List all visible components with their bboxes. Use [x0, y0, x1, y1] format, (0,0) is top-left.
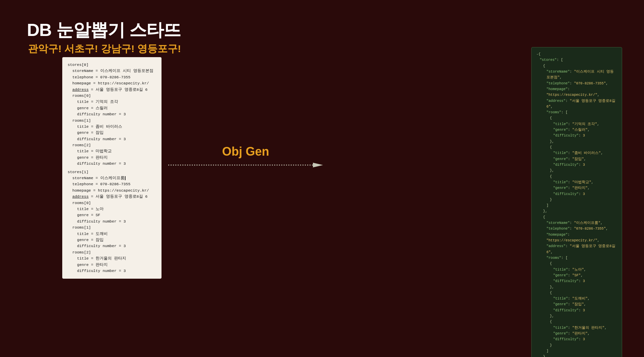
json-s1-r1-title: "title": "도깨비",	[536, 296, 617, 302]
store1-tel: telephone = 070-8286-7355	[68, 181, 156, 187]
store1-r0-title: title = 노아	[68, 206, 156, 212]
store1-name: storeName = 이스케이프룸	[68, 175, 156, 181]
json-s1-r0-diff: "difficulty": 3	[536, 278, 617, 284]
json-s1-r1-genre: "genre": "잠입",	[536, 302, 617, 307]
json-s0-close: },	[536, 208, 617, 214]
json-s0-r1-title: "title": "좀비 바이러스",	[536, 150, 617, 156]
json-s0-name: "storeName": "이스케이프 시티 영등포본점",	[536, 69, 617, 81]
json-s1-r2-open: {	[536, 319, 617, 325]
store0-r2-diff: difficulty number = 3	[68, 161, 156, 167]
json-s0-r2-diff: "difficulty": 3	[536, 191, 617, 197]
store1-rooms0-idx: rooms[0]	[68, 200, 156, 206]
store1-r0-diff: difficulty number = 3	[68, 219, 156, 225]
store0-index: stores[0]	[68, 62, 156, 68]
store1-addr: address = 서울 영등포구 영중로8길 6	[68, 194, 156, 200]
store1-r0-genre: genre = SF	[68, 212, 156, 218]
json-s0-r1-open: {	[536, 145, 617, 150]
json-root-open: -{	[536, 51, 617, 57]
json-s1-r1-diff: "difficulty": 3	[536, 308, 617, 313]
svg-marker-1	[313, 163, 323, 167]
json-s1-rooms-close: ]	[536, 348, 617, 354]
store1-r2-diff: difficulty number = 3	[68, 268, 156, 274]
store0-name: storeName = 이스케이프 시티 영등포본점	[68, 68, 156, 74]
store1-index: stores[1]	[68, 169, 156, 175]
json-s0-open: {	[536, 63, 617, 69]
json-s1-r2-diff: "difficulty": 3	[536, 336, 617, 342]
subtitle: 관악구! 서초구! 강남구! 영등포구!	[28, 42, 181, 56]
json-s0-addr: "address": "서울 영등포구 영중로8길 6",	[536, 98, 617, 110]
arrow-icon	[168, 162, 323, 168]
json-s0-rooms-close: ]	[536, 203, 617, 208]
json-stores-key: "stores": [	[536, 57, 617, 63]
json-s0-r0-close: },	[536, 139, 617, 145]
json-s0-r2-title: "title": "마법학교",	[536, 180, 617, 185]
store1-r2-title: title = 한거울의 판타지	[68, 255, 156, 262]
store0-r1-diff: difficulty number = 3	[68, 136, 156, 142]
json-s1-r2-genre: "genre": "판타지",	[536, 331, 617, 336]
store0-r2-genre: genre = 판타지	[68, 155, 156, 161]
main-title: DB 눈알뽑기 스타뜨	[27, 18, 181, 42]
json-s0-tel: "telephone": "070-8286-7355",	[536, 81, 617, 86]
store1-rooms2-idx: rooms[2]	[68, 249, 156, 255]
json-s0-r0-title: "title": "기억의 조각",	[536, 121, 617, 127]
store0-hp: homepage = https://escapecity.kr/	[68, 80, 156, 86]
store1-r1-title: title = 도깨비	[68, 231, 156, 237]
json-s1-addr: "address": "서울 영등포구 영중로8길 6",	[536, 243, 617, 255]
json-s0-r1-genre: "genre": "잠입",	[536, 156, 617, 162]
left-code-panel: stores[0] storeName = 이스케이프 시티 영등포본점 tel…	[62, 57, 162, 279]
store1-r1-genre: genre = 잠입	[68, 237, 156, 243]
store0-rooms1-idx: rooms[1]	[68, 118, 156, 124]
store1-r2-genre: genre = 판타지	[68, 262, 156, 268]
json-s1-r0-genre: "genre": "SF",	[536, 273, 617, 278]
store0-rooms2-idx: rooms[2]	[68, 142, 156, 148]
store0-addr: address = 서울 영등포구 영중로8길 6	[68, 87, 156, 93]
json-s1-r1-open: {	[536, 290, 617, 296]
json-s0-r1-close: },	[536, 168, 617, 173]
json-s1-hp: "homepage": "https://escapecity.kr/",	[536, 232, 617, 244]
store0-r0-title: title = 기억의 조각	[68, 99, 156, 105]
json-s1-r0-close: },	[536, 284, 617, 290]
json-s1-rooms-key: "rooms": [	[536, 255, 617, 261]
obj-gen-label: Obj Gen	[222, 145, 269, 159]
store0-r1-genre: genre = 잠입	[68, 130, 156, 136]
json-s0-r0-genre: "genre": "스릴러",	[536, 127, 617, 133]
store1-rooms1-idx: rooms[1]	[68, 225, 156, 231]
json-s1-r1-close: },	[536, 313, 617, 319]
json-s1-r0-open: {	[536, 261, 617, 267]
json-s1-r2-close: }	[536, 343, 617, 348]
store0-rooms0-idx: rooms[0]	[68, 93, 156, 99]
json-s0-r1-diff: "difficulty": 3	[536, 162, 617, 168]
store0-tel: telephone = 070-8286-7355	[68, 74, 156, 80]
store0-r0-genre: genre = 스릴러	[68, 105, 156, 111]
obj-gen-area: Obj Gen	[163, 145, 328, 168]
json-s1-name: "storeName": "이스케이프룸",	[536, 220, 617, 226]
store0-r2-title: title = 마법학교	[68, 148, 156, 154]
json-s0-hp: "homepage": "https://escapecity.kr/",	[536, 86, 617, 98]
json-s1-r0-title: "title": "노아",	[536, 267, 617, 273]
json-s0-r2-open: {	[536, 174, 617, 180]
json-s0-rooms-key: "rooms": [	[536, 110, 617, 115]
store1-r1-diff: difficulty number = 3	[68, 243, 156, 249]
right-json-panel: -{ "stores": [ { "storeName": "이스케이프 시티 …	[531, 47, 622, 357]
json-s1-close: }	[536, 354, 617, 357]
json-s1-tel: "telephone": "070-8286-7355",	[536, 226, 617, 232]
store0-r0-diff: difficulty number = 3	[68, 111, 156, 117]
json-s1-r2-title: "title": "한거울의 판타지",	[536, 325, 617, 331]
json-s0-r2-genre: "genre": "판타지",	[536, 185, 617, 191]
json-s0-r0-open: {	[536, 115, 617, 121]
json-s0-r2-close: }	[536, 197, 617, 203]
json-s0-r0-diff: "difficulty": 3	[536, 133, 617, 138]
json-s1-open: {	[536, 214, 617, 220]
store1-hp: homepage = https://escapecity.kr/	[68, 188, 156, 194]
store0-r1-title: title = 좀비 바이러스	[68, 124, 156, 130]
